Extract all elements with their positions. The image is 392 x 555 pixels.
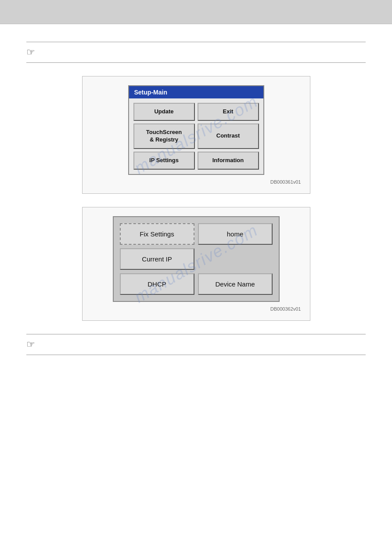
dhcp-button[interactable]: DHCP (120, 273, 194, 295)
diagram1-code: DB000361v01 (91, 179, 301, 185)
setup-main-diagram: manualsrive.com Setup-Main Update Exit T… (82, 76, 310, 194)
diagram2-code: DB000362v01 (91, 306, 301, 312)
update-button[interactable]: Update (133, 103, 195, 121)
ip-settings-diagram: manualsrive.com Fix Settings home Curren… (82, 207, 310, 321)
home-button[interactable]: home (198, 223, 273, 245)
exit-button[interactable]: Exit (198, 103, 259, 121)
setup-main-buttons: Update Exit TouchScreen& Registry Contra… (129, 98, 263, 174)
note-icon-1: ☞ (26, 47, 35, 58)
page-content: ☞ manualsrive.com Setup-Main Update Exit… (0, 24, 392, 555)
note-block-1: ☞ (26, 42, 366, 63)
setup-main-title: Setup-Main (129, 86, 263, 98)
touchscreen-registry-button[interactable]: TouchScreen& Registry (133, 123, 195, 149)
contrast-button[interactable]: Contrast (198, 123, 259, 149)
device-name-button[interactable]: Device Name (198, 273, 273, 295)
ip-settings-button[interactable]: IP Settings (133, 152, 195, 170)
note-icon-2: ☞ (26, 339, 35, 350)
note-block-2: ☞ (26, 334, 366, 355)
ip-dialog: Fix Settings home Current IP DHCP Device… (113, 216, 280, 302)
current-ip-button[interactable]: Current IP (120, 248, 194, 270)
information-button[interactable]: Information (198, 152, 259, 170)
top-bar (0, 0, 392, 24)
empty-cell (198, 248, 273, 270)
setup-main-dialog: Setup-Main Update Exit TouchScreen& Regi… (128, 85, 264, 175)
ip-buttons-grid: Fix Settings home Current IP DHCP Device… (120, 223, 273, 295)
fix-settings-button[interactable]: Fix Settings (120, 223, 194, 245)
